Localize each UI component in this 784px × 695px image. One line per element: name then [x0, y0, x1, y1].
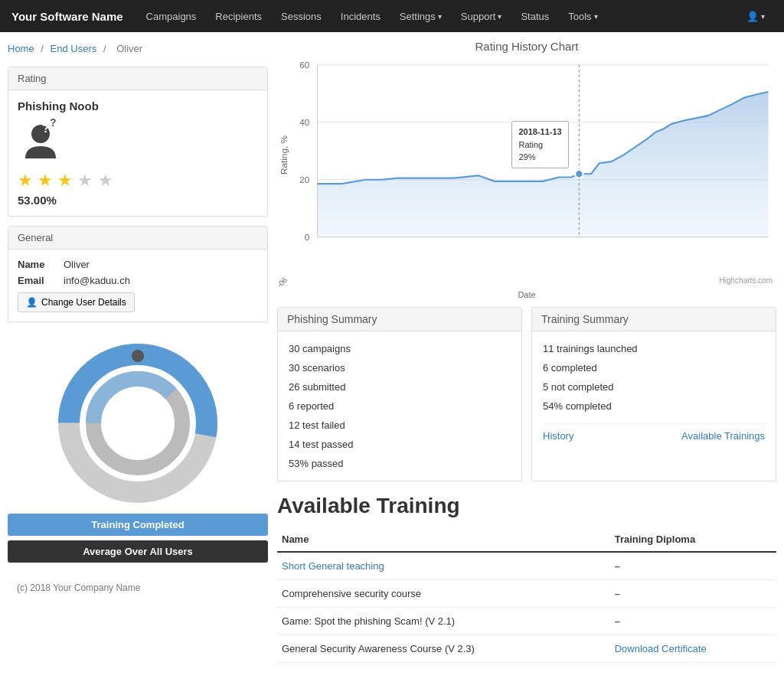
rating-body: Phishing Noob ? ? ★	[8, 90, 267, 216]
summary-row: Phishing Summary 30 campaigns 30 scenari…	[277, 307, 776, 481]
rating-card: Rating Phishing Noob ? ?	[8, 67, 268, 217]
training-item-1: 6 completed	[543, 358, 765, 377]
star-3: ★	[57, 171, 73, 190]
user-caret: ▾	[761, 12, 765, 21]
chart-tooltip: 2018-11-13 Rating 29%	[511, 121, 568, 168]
rating-stars: ★ ★ ★ ★ ★	[18, 171, 258, 191]
training-link-0[interactable]: Short General teaching	[282, 560, 384, 572]
training-item-2: 5 not completed	[543, 377, 765, 396]
nav-support[interactable]: Support ▾	[453, 0, 510, 32]
phishing-item-6: 53% passed	[289, 454, 511, 473]
training-table-header: Name Training Diploma	[277, 527, 776, 552]
phishing-item-3: 6 reported	[289, 396, 511, 416]
donut-legend: Training Completed Average Over All User…	[8, 514, 268, 567]
training-name-3: General Security Awareness Course (V 2.3…	[277, 635, 610, 663]
general-body: Name Oliver Email info@kaduu.ch 👤 Change…	[8, 250, 267, 321]
right-panel: Rating History Chart 60 40 20 0	[277, 40, 776, 663]
training-row-0: Short General teaching –	[277, 552, 776, 580]
rating-title: Phishing Noob	[18, 100, 258, 113]
nav-settings[interactable]: Settings ▾	[392, 0, 449, 32]
phishing-summary-header: Phishing Summary	[278, 308, 521, 331]
tools-caret: ▾	[594, 12, 598, 21]
phishing-item-5: 14 test passed	[289, 435, 511, 454]
training-summary-header: Training Summary	[532, 308, 776, 331]
footer-text: (c) 2018 Your Company Name	[17, 582, 140, 593]
training-diploma-2: –	[610, 608, 776, 635]
training-name-2: Game: Spot the phishing Scam! (V 2.1)	[277, 608, 610, 635]
training-completed-btn[interactable]: Training Completed	[8, 514, 268, 536]
phishing-summary-card: Phishing Summary 30 campaigns 30 scenari…	[277, 307, 522, 481]
star-4: ★	[77, 171, 93, 190]
breadcrumb-home[interactable]: Home	[8, 43, 34, 54]
svg-text:Rating, %: Rating, %	[279, 135, 289, 175]
email-value: info@kaduu.ch	[64, 275, 130, 286]
email-row: Email info@kaduu.ch	[18, 275, 258, 286]
available-training-title: Available Training	[277, 494, 776, 518]
avatar: ? ?	[18, 119, 64, 165]
phishing-item-4: 12 test failed	[289, 416, 511, 435]
training-table: Name Training Diploma Short General teac…	[277, 527, 776, 663]
chart-title: Rating History Chart	[277, 40, 776, 53]
avatar-svg: ? ?	[18, 119, 64, 165]
training-summary-body: 11 trainings launched 6 completed 5 not …	[532, 331, 776, 449]
training-diploma-3: Download Certificate	[610, 635, 776, 663]
svg-text:20: 20	[299, 175, 309, 184]
summary-links: History Available Trainings	[543, 423, 765, 442]
nav-campaigns[interactable]: Campaigns	[139, 0, 204, 32]
user-icon: 👤	[26, 297, 38, 308]
col-diploma: Training Diploma	[610, 527, 776, 552]
nav-items: Campaigns Recipients Sessions Incidents …	[139, 0, 773, 32]
svg-text:?: ?	[42, 122, 50, 135]
phishing-item-1: 30 scenarios	[289, 358, 511, 377]
rating-header: Rating	[8, 67, 267, 90]
chart-x-label: Date	[277, 290, 776, 299]
name-value: Oliver	[64, 259, 90, 270]
svg-point-20	[575, 170, 583, 178]
svg-text:0: 0	[305, 232, 310, 242]
change-user-button[interactable]: 👤 Change User Details	[18, 292, 135, 312]
rating-score: 53.00%	[18, 194, 258, 207]
nav-recipients[interactable]: Recipients	[207, 0, 270, 32]
training-item-0: 11 trainings launched	[543, 339, 765, 358]
nav-brand[interactable]: Your Software Name	[11, 10, 123, 23]
col-name: Name	[277, 527, 610, 552]
nav-status[interactable]: Status	[513, 0, 557, 32]
training-diploma-1: –	[610, 580, 776, 608]
donut-svg	[54, 339, 222, 507]
breadcrumb-end-users[interactable]: End Users	[51, 43, 97, 54]
training-summary-card: Training Summary 11 trainings launched 6…	[531, 307, 776, 481]
tooltip-value: 29%	[518, 151, 561, 164]
svg-text:?: ?	[50, 119, 57, 129]
nav-incidents[interactable]: Incidents	[333, 0, 388, 32]
navbar: Your Software Name Campaigns Recipients …	[0, 0, 784, 32]
average-users-btn[interactable]: Average Over All Users	[8, 540, 268, 563]
training-row-1: Comprehensive security course –	[277, 580, 776, 608]
training-item-3: 54% completed	[543, 396, 765, 416]
download-cert-link[interactable]: Download Certificate	[615, 643, 707, 654]
training-row-3: General Security Awareness Course (V 2.3…	[277, 635, 776, 663]
general-header: General	[8, 227, 267, 250]
breadcrumb-current: Oliver	[116, 43, 142, 54]
email-label: Email	[18, 275, 64, 286]
training-name-0: Short General teaching	[277, 552, 610, 580]
star-1: ★	[18, 171, 33, 190]
star-5: ★	[98, 171, 113, 190]
left-panel: Home / End Users / Oliver Rating Phishin…	[8, 40, 268, 663]
support-caret: ▾	[498, 12, 501, 21]
breadcrumb-sep1: /	[41, 43, 44, 54]
training-diploma-0: –	[610, 552, 776, 580]
svg-point-7	[132, 350, 144, 362]
nav-user[interactable]: 👤 ▾	[739, 0, 773, 32]
chart-wrapper: 60 40 20 0	[277, 57, 776, 286]
breadcrumb: Home / End Users / Oliver	[8, 40, 268, 57]
name-label: Name	[18, 259, 64, 270]
name-row: Name Oliver	[18, 259, 258, 270]
history-link[interactable]: History	[543, 430, 573, 442]
tooltip-label: Rating	[518, 139, 561, 152]
chart-svg: 60 40 20 0	[277, 57, 776, 286]
donut-container: Training Completed Average Over All User…	[8, 331, 268, 575]
general-card: General Name Oliver Email info@kaduu.ch …	[8, 226, 268, 322]
available-trainings-link[interactable]: Available Trainings	[681, 430, 765, 442]
nav-sessions[interactable]: Sessions	[273, 0, 329, 32]
nav-tools[interactable]: Tools ▾	[560, 0, 605, 32]
